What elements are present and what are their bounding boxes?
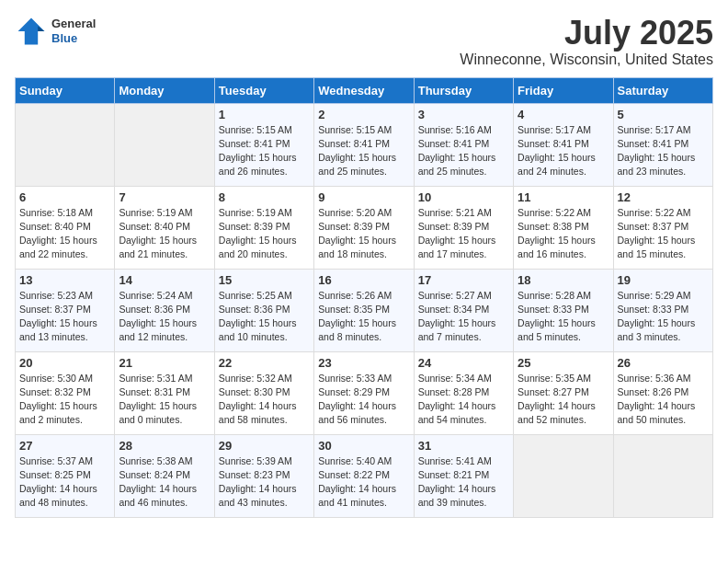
day-info: Sunrise: 5:23 AM Sunset: 8:37 PM Dayligh… xyxy=(19,289,110,345)
day-number: 29 xyxy=(219,439,310,453)
calendar-cell: 31Sunrise: 5:41 AM Sunset: 8:21 PM Dayli… xyxy=(414,434,513,517)
day-info: Sunrise: 5:22 AM Sunset: 8:38 PM Dayligh… xyxy=(518,206,609,262)
calendar-cell: 16Sunrise: 5:26 AM Sunset: 8:35 PM Dayli… xyxy=(314,269,414,351)
calendar-cell: 22Sunrise: 5:32 AM Sunset: 8:30 PM Dayli… xyxy=(214,351,313,434)
day-info: Sunrise: 5:22 AM Sunset: 8:37 PM Dayligh… xyxy=(618,206,709,262)
calendar-cell: 26Sunrise: 5:36 AM Sunset: 8:26 PM Dayli… xyxy=(613,351,712,434)
day-info: Sunrise: 5:24 AM Sunset: 8:36 PM Dayligh… xyxy=(119,289,210,345)
weekday-header-friday: Friday xyxy=(514,77,613,103)
day-number: 4 xyxy=(518,108,609,121)
calendar-week-row: 13Sunrise: 5:23 AM Sunset: 8:37 PM Dayli… xyxy=(16,269,713,351)
calendar-cell: 4Sunrise: 5:17 AM Sunset: 8:41 PM Daylig… xyxy=(514,103,613,186)
calendar-cell: 13Sunrise: 5:23 AM Sunset: 8:37 PM Dayli… xyxy=(16,269,115,351)
day-info: Sunrise: 5:39 AM Sunset: 8:23 PM Dayligh… xyxy=(219,454,310,511)
logo-blue-text: Blue xyxy=(51,31,96,46)
day-number: 6 xyxy=(19,190,110,204)
page-header: General Blue July 2025 Winneconne, Wisco… xyxy=(15,15,713,68)
calendar-week-row: 27Sunrise: 5:37 AM Sunset: 8:25 PM Dayli… xyxy=(16,434,713,517)
day-number: 28 xyxy=(119,439,210,453)
day-info: Sunrise: 5:17 AM Sunset: 8:41 PM Dayligh… xyxy=(618,123,709,179)
weekday-header-sunday: Sunday xyxy=(16,77,115,103)
calendar-week-row: 20Sunrise: 5:30 AM Sunset: 8:32 PM Dayli… xyxy=(16,351,713,434)
weekday-header-tuesday: Tuesday xyxy=(214,77,313,103)
day-number: 25 xyxy=(518,356,609,370)
day-info: Sunrise: 5:32 AM Sunset: 8:30 PM Dayligh… xyxy=(219,372,310,428)
title-area: July 2025 Winneconne, Wisconsin, United … xyxy=(460,15,713,68)
calendar-cell: 8Sunrise: 5:19 AM Sunset: 8:39 PM Daylig… xyxy=(214,186,313,269)
day-info: Sunrise: 5:29 AM Sunset: 8:33 PM Dayligh… xyxy=(618,289,709,345)
calendar-cell: 2Sunrise: 5:15 AM Sunset: 8:41 PM Daylig… xyxy=(314,103,414,186)
logo-general-text: General xyxy=(51,17,96,31)
month-title: July 2025 xyxy=(460,15,713,52)
calendar-cell: 15Sunrise: 5:25 AM Sunset: 8:36 PM Dayli… xyxy=(214,269,313,351)
day-number: 1 xyxy=(219,108,310,121)
calendar-cell: 23Sunrise: 5:33 AM Sunset: 8:29 PM Dayli… xyxy=(314,351,414,434)
weekday-header-thursday: Thursday xyxy=(414,77,513,103)
location-title: Winneconne, Wisconsin, United States xyxy=(460,52,713,68)
day-info: Sunrise: 5:38 AM Sunset: 8:24 PM Dayligh… xyxy=(119,454,210,511)
calendar-cell: 20Sunrise: 5:30 AM Sunset: 8:32 PM Dayli… xyxy=(16,351,115,434)
day-number: 21 xyxy=(119,356,210,370)
day-info: Sunrise: 5:19 AM Sunset: 8:39 PM Dayligh… xyxy=(219,206,310,262)
day-info: Sunrise: 5:25 AM Sunset: 8:36 PM Dayligh… xyxy=(219,289,310,345)
calendar-cell: 19Sunrise: 5:29 AM Sunset: 8:33 PM Dayli… xyxy=(613,269,712,351)
day-info: Sunrise: 5:26 AM Sunset: 8:35 PM Dayligh… xyxy=(318,289,409,345)
day-number: 9 xyxy=(318,190,409,204)
calendar-cell: 29Sunrise: 5:39 AM Sunset: 8:23 PM Dayli… xyxy=(214,434,313,517)
day-info: Sunrise: 5:41 AM Sunset: 8:21 PM Dayligh… xyxy=(418,454,509,511)
day-info: Sunrise: 5:33 AM Sunset: 8:29 PM Dayligh… xyxy=(318,372,409,428)
day-info: Sunrise: 5:34 AM Sunset: 8:28 PM Dayligh… xyxy=(418,372,509,428)
day-number: 30 xyxy=(318,439,409,453)
day-number: 14 xyxy=(119,273,210,287)
day-info: Sunrise: 5:31 AM Sunset: 8:31 PM Dayligh… xyxy=(119,372,210,428)
day-number: 31 xyxy=(418,439,509,453)
calendar-cell: 7Sunrise: 5:19 AM Sunset: 8:40 PM Daylig… xyxy=(115,186,214,269)
day-info: Sunrise: 5:40 AM Sunset: 8:22 PM Dayligh… xyxy=(318,454,409,511)
calendar-cell: 17Sunrise: 5:27 AM Sunset: 8:34 PM Dayli… xyxy=(414,269,513,351)
calendar-table: SundayMondayTuesdayWednesdayThursdayFrid… xyxy=(15,77,713,518)
day-info: Sunrise: 5:30 AM Sunset: 8:32 PM Dayligh… xyxy=(19,372,110,428)
day-number: 18 xyxy=(518,273,609,287)
day-number: 24 xyxy=(418,356,509,370)
day-number: 26 xyxy=(618,356,709,370)
day-info: Sunrise: 5:18 AM Sunset: 8:40 PM Dayligh… xyxy=(19,206,110,262)
calendar-cell: 6Sunrise: 5:18 AM Sunset: 8:40 PM Daylig… xyxy=(16,186,115,269)
calendar-header: SundayMondayTuesdayWednesdayThursdayFrid… xyxy=(16,77,713,103)
day-number: 16 xyxy=(318,273,409,287)
day-info: Sunrise: 5:28 AM Sunset: 8:33 PM Dayligh… xyxy=(518,289,609,345)
day-number: 3 xyxy=(418,108,509,121)
day-number: 13 xyxy=(19,273,110,287)
day-info: Sunrise: 5:15 AM Sunset: 8:41 PM Dayligh… xyxy=(318,123,409,179)
day-info: Sunrise: 5:19 AM Sunset: 8:40 PM Dayligh… xyxy=(119,206,210,262)
day-info: Sunrise: 5:27 AM Sunset: 8:34 PM Dayligh… xyxy=(418,289,509,345)
calendar-week-row: 1Sunrise: 5:15 AM Sunset: 8:41 PM Daylig… xyxy=(16,103,713,186)
calendar-cell: 30Sunrise: 5:40 AM Sunset: 8:22 PM Dayli… xyxy=(314,434,414,517)
day-number: 19 xyxy=(618,273,709,287)
logo-icon xyxy=(15,15,48,48)
day-number: 22 xyxy=(219,356,310,370)
day-info: Sunrise: 5:16 AM Sunset: 8:41 PM Dayligh… xyxy=(418,123,509,179)
calendar-cell: 12Sunrise: 5:22 AM Sunset: 8:37 PM Dayli… xyxy=(613,186,712,269)
calendar-cell: 21Sunrise: 5:31 AM Sunset: 8:31 PM Dayli… xyxy=(115,351,214,434)
calendar-week-row: 6Sunrise: 5:18 AM Sunset: 8:40 PM Daylig… xyxy=(16,186,713,269)
weekday-header-saturday: Saturday xyxy=(613,77,712,103)
logo: General Blue xyxy=(15,15,96,48)
day-number: 7 xyxy=(119,190,210,204)
calendar-cell: 1Sunrise: 5:15 AM Sunset: 8:41 PM Daylig… xyxy=(214,103,313,186)
calendar-cell xyxy=(115,103,214,186)
calendar-cell: 25Sunrise: 5:35 AM Sunset: 8:27 PM Dayli… xyxy=(514,351,613,434)
calendar-body: 1Sunrise: 5:15 AM Sunset: 8:41 PM Daylig… xyxy=(16,103,713,517)
calendar-cell xyxy=(514,434,613,517)
day-number: 12 xyxy=(618,190,709,204)
weekday-header-row: SundayMondayTuesdayWednesdayThursdayFrid… xyxy=(16,77,713,103)
day-info: Sunrise: 5:17 AM Sunset: 8:41 PM Dayligh… xyxy=(518,123,609,179)
day-info: Sunrise: 5:35 AM Sunset: 8:27 PM Dayligh… xyxy=(518,372,609,428)
day-number: 20 xyxy=(19,356,110,370)
day-number: 15 xyxy=(219,273,310,287)
day-info: Sunrise: 5:15 AM Sunset: 8:41 PM Dayligh… xyxy=(219,123,310,179)
day-number: 11 xyxy=(518,190,609,204)
day-number: 23 xyxy=(318,356,409,370)
day-info: Sunrise: 5:20 AM Sunset: 8:39 PM Dayligh… xyxy=(318,206,409,262)
day-info: Sunrise: 5:36 AM Sunset: 8:26 PM Dayligh… xyxy=(618,372,709,428)
calendar-cell: 28Sunrise: 5:38 AM Sunset: 8:24 PM Dayli… xyxy=(115,434,214,517)
